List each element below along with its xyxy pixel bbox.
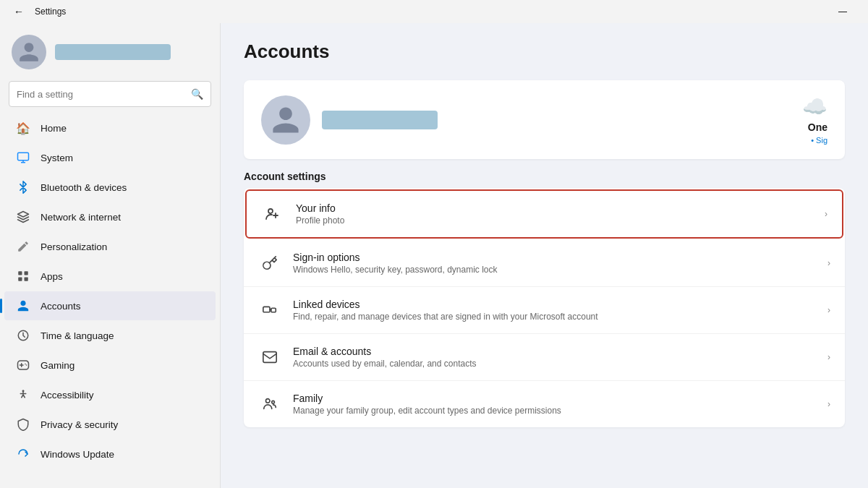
sidebar-item-label-accounts: Accounts [41, 301, 81, 312]
profile-username-blurred [322, 111, 438, 129]
sidebar-item-label-gaming: Gaming [41, 360, 75, 371]
home-icon: 🏠 [16, 121, 30, 135]
svg-rect-3 [18, 271, 22, 275]
settings-item-email[interactable]: Email & accounts Accounts used by email,… [244, 334, 845, 381]
signin-title: Sign-in options [293, 252, 816, 263]
settings-item-your-info[interactable]: Your info Profile photo › [245, 189, 843, 239]
title-bar-controls: — [826, 0, 859, 23]
sidebar-item-label-update: Windows Update [41, 449, 114, 460]
your-info-icon [261, 202, 284, 226]
search-icon: 🔍 [191, 88, 203, 100]
svg-rect-6 [25, 278, 28, 281]
svg-rect-12 [263, 307, 270, 312]
accounts-icon [16, 299, 30, 313]
sidebar-item-system[interactable]: System [4, 143, 216, 172]
sidebar-item-apps[interactable]: Apps [4, 262, 216, 291]
svg-rect-4 [25, 271, 28, 275]
sidebar-item-label-network: Network & internet [41, 212, 121, 223]
svg-rect-14 [263, 352, 276, 363]
settings-item-family[interactable]: Family Manage your family group, edit ac… [244, 381, 845, 427]
sidebar-avatar [12, 35, 46, 69]
sidebar-item-bluetooth[interactable]: Bluetooth & devices [4, 173, 216, 202]
family-arrow: › [827, 399, 830, 409]
email-arrow: › [827, 352, 830, 362]
email-text: Email & accounts Accounts used by email,… [293, 346, 816, 369]
main-content: Accounts ☁️ One • Sig Account settings [221, 23, 868, 488]
sidebar-item-label-privacy: Privacy & security [41, 419, 118, 430]
email-icon [258, 346, 281, 369]
gaming-icon [16, 358, 30, 372]
svg-rect-5 [18, 278, 22, 281]
profile-avatar-large [261, 95, 310, 145]
linked-devices-arrow: › [827, 305, 830, 315]
email-title: Email & accounts [293, 346, 816, 357]
sidebar-item-label-personalization: Personalization [41, 241, 107, 252]
privacy-icon [16, 417, 30, 432]
back-button[interactable]: ← [9, 1, 29, 22]
svg-point-15 [266, 399, 271, 403]
family-title: Family [293, 393, 816, 404]
sidebar-item-gaming[interactable]: Gaming [4, 351, 216, 380]
linked-devices-text: Linked devices Find, repair, and manage … [293, 299, 816, 322]
signin-text: Sign-in options Windows Hello, security … [293, 252, 816, 275]
sidebar-item-accessibility[interactable]: Accessibility [4, 380, 216, 409]
sidebar-user-profile[interactable] [0, 23, 220, 78]
onedrive-area: ☁️ One • Sig [802, 95, 827, 145]
network-icon [16, 210, 30, 224]
search-input[interactable] [17, 89, 185, 100]
sidebar-item-accounts[interactable]: Accounts [4, 291, 216, 320]
user-avatar-icon [17, 40, 41, 64]
linked-devices-desc: Find, repair, and manage devices that ar… [293, 312, 816, 322]
sidebar-item-label-bluetooth: Bluetooth & devices [41, 182, 127, 193]
sidebar-item-label-accessibility: Accessibility [41, 390, 94, 401]
sidebar-item-update[interactable]: Windows Update [4, 440, 216, 468]
your-info-title: Your info [296, 202, 813, 214]
your-info-text: Your info Profile photo [296, 202, 813, 226]
profile-header-card: ☁️ One • Sig [244, 80, 845, 159]
sidebar-nav: 🏠 Home System Bluetooth & devices Netw [0, 113, 220, 469]
signin-desc: Windows Hello, security key, password, d… [293, 265, 816, 275]
account-settings-label: Account settings [244, 171, 845, 182]
svg-rect-0 [18, 153, 29, 160]
app-title: Settings [35, 7, 66, 17]
svg-point-11 [268, 209, 273, 213]
signin-arrow: › [827, 258, 830, 268]
family-desc: Manage your family group, edit account t… [293, 406, 816, 416]
signin-icon [258, 252, 281, 275]
sidebar: 🔍 🏠 Home System Bluetooth & devices [0, 23, 221, 488]
settings-item-signin[interactable]: Sign-in options Windows Hello, security … [244, 240, 845, 287]
svg-point-9 [26, 364, 27, 366]
onedrive-icon: ☁️ [802, 95, 827, 119]
apps-icon [16, 269, 30, 283]
accessibility-icon [16, 388, 30, 402]
app-body: 🔍 🏠 Home System Bluetooth & devices [0, 23, 868, 488]
sidebar-item-personalization[interactable]: Personalization [4, 232, 216, 261]
linked-devices-title: Linked devices [293, 299, 816, 310]
update-icon [16, 447, 30, 461]
profile-header-left [261, 95, 438, 145]
title-bar-left: ← Settings [9, 1, 66, 22]
sidebar-item-label-home: Home [41, 123, 67, 134]
minimize-button[interactable]: — [826, 0, 859, 23]
search-box[interactable]: 🔍 [9, 81, 211, 107]
account-settings-card: Your info Profile photo › Sign-in option… [244, 188, 845, 427]
settings-item-linked-devices[interactable]: Linked devices Find, repair, and manage … [244, 287, 845, 334]
your-info-arrow: › [825, 209, 827, 219]
sidebar-item-home[interactable]: 🏠 Home [4, 114, 216, 142]
svg-point-8 [25, 364, 26, 365]
email-desc: Accounts used by email, calendar, and co… [293, 359, 816, 369]
svg-point-16 [272, 401, 275, 403]
family-text: Family Manage your family group, edit ac… [293, 393, 816, 416]
title-bar: ← Settings — [0, 0, 868, 23]
linked-devices-icon [258, 299, 281, 322]
onedrive-label: One [808, 121, 827, 133]
sidebar-search-container: 🔍 [0, 81, 220, 113]
time-icon [16, 328, 30, 343]
svg-rect-13 [271, 308, 276, 312]
sidebar-item-network[interactable]: Network & internet [4, 202, 216, 231]
sidebar-item-privacy[interactable]: Privacy & security [4, 410, 216, 439]
family-icon [258, 393, 281, 416]
sidebar-username-blurred [55, 44, 171, 60]
sidebar-item-time[interactable]: Time & language [4, 321, 216, 350]
onedrive-status: • Sig [811, 136, 827, 145]
